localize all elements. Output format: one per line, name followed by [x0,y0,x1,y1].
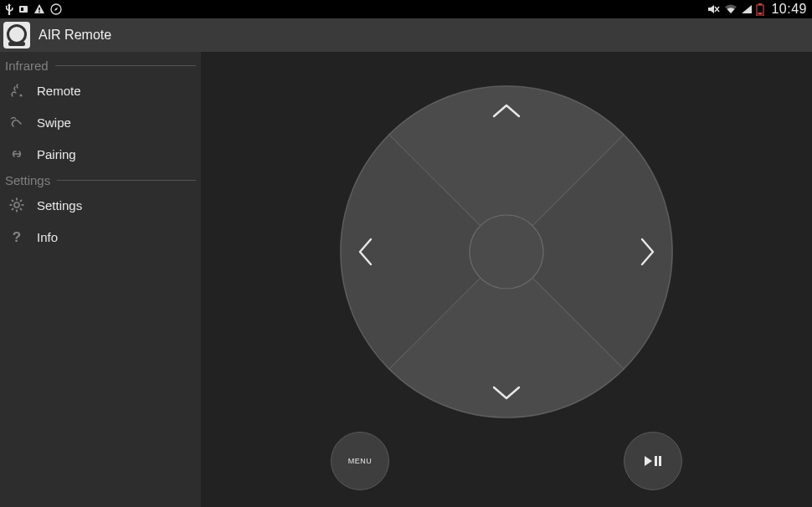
app-title: AIR Remote [39,28,111,43]
section-label: Infrared [5,59,49,73]
svg-point-11 [14,202,19,207]
section-settings: Settings [0,170,201,189]
sidebar-item-label: Pairing [37,147,76,161]
sidebar-item-pairing[interactable]: Pairing [0,138,201,170]
sidebar: Infrared Remote Swipe Pairing Settings [0,52,201,507]
info-icon: ? [8,228,25,245]
compass-icon [50,3,62,15]
section-infrared: Infrared [0,55,201,74]
dpad-center[interactable] [470,215,543,289]
play-pause-icon [643,455,663,467]
sidebar-item-label: Swipe [37,115,71,130]
svg-rect-3 [39,12,40,13]
clock: 10:49 [771,2,807,17]
svg-marker-25 [645,456,652,466]
status-bar: 10:49 [0,0,812,18]
sidebar-item-label: Remote [37,84,81,98]
dpad [340,85,673,418]
gear-icon [8,197,25,213]
sidebar-item-label: Info [37,230,58,244]
swipe-icon [8,114,25,131]
svg-point-10 [20,95,23,97]
wifi-icon [724,4,737,14]
sidebar-item-label: Settings [37,198,82,213]
signal-icon [741,4,753,14]
menu-button[interactable]: MENU [331,432,389,490]
svg-rect-27 [659,456,661,466]
svg-line-16 [12,200,13,202]
usb-icon [5,3,13,15]
app-header: AIR Remote [0,18,812,52]
mute-icon [707,3,721,15]
svg-rect-2 [39,8,40,11]
media-icon [18,4,28,14]
svg-rect-1 [21,8,23,11]
play-pause-button[interactable] [624,432,682,490]
svg-rect-26 [655,456,657,466]
warning-icon [33,3,45,15]
menu-button-label: MENU [348,457,373,465]
app-icon [3,22,30,49]
svg-text:?: ? [13,229,21,245]
content-area: MENU [201,52,812,507]
battery-icon [756,3,764,16]
svg-line-18 [12,208,13,210]
svg-line-19 [20,200,22,202]
link-icon [8,146,25,162]
sidebar-item-info[interactable]: ? Info [0,221,201,253]
section-label: Settings [5,173,50,187]
remote-icon [8,82,25,99]
sidebar-item-swipe[interactable]: Swipe [0,106,201,138]
sidebar-item-settings[interactable]: Settings [0,189,201,221]
svg-line-17 [20,208,22,210]
svg-rect-9 [758,13,763,15]
sidebar-item-remote[interactable]: Remote [0,74,201,106]
